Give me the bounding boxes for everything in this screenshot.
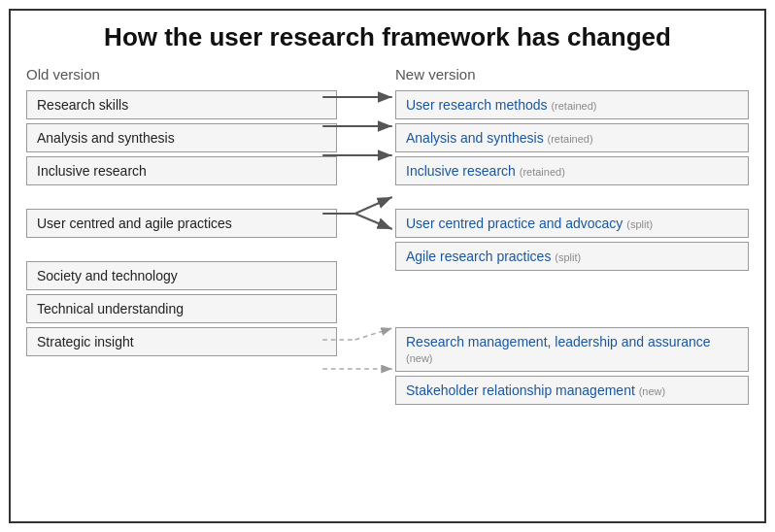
main-container: How the user research framework has chan…	[9, 9, 766, 523]
old-society-tech: Society and technology	[26, 261, 337, 290]
new-group-1: User research methods (retained) Analysi…	[395, 90, 749, 185]
split-tag-1: (split)	[626, 218, 653, 230]
new-research-management: Research management, leadership and assu…	[395, 327, 749, 372]
old-group-1: Research skills Analysis and synthesis I…	[26, 90, 337, 185]
old-version-column: Old version Research skills Analysis and…	[26, 66, 337, 409]
split-tag-2: (split)	[555, 251, 581, 263]
old-analysis-synthesis: Analysis and synthesis	[26, 123, 337, 152]
new-version-label: New version	[395, 66, 749, 83]
new-user-research-methods: User research methods (retained)	[395, 90, 749, 119]
old-version-label: Old version	[26, 66, 337, 83]
old-technical-understanding: Technical understanding	[26, 294, 337, 323]
page-title: How the user research framework has chan…	[26, 22, 749, 52]
new-tag-1: (new)	[406, 352, 433, 364]
new-user-centred-practice: User centred practice and advocacy (spli…	[395, 209, 749, 238]
old-group-2: User centred and agile practices	[26, 209, 337, 238]
old-user-centred: User centred and agile practices	[26, 209, 337, 238]
retained-tag-2: (retained)	[548, 133, 593, 145]
new-tag-2: (new)	[639, 385, 666, 397]
new-stakeholder-relationship: Stakeholder relationship management (new…	[395, 376, 749, 405]
new-inclusive-research: Inclusive research (retained)	[395, 156, 749, 185]
new-group-3: Research management, leadership and assu…	[395, 327, 749, 405]
retained-tag-1: (retained)	[551, 100, 596, 112]
new-version-column: New version User research methods (retai…	[337, 66, 749, 409]
new-analysis-synthesis: Analysis and synthesis (retained)	[395, 123, 749, 152]
old-group-3: Society and technology Technical underst…	[26, 261, 337, 356]
old-research-skills: Research skills	[26, 90, 337, 119]
old-inclusive-research: Inclusive research	[26, 156, 337, 185]
new-agile-research: Agile research practices (split)	[395, 242, 749, 271]
retained-tag-3: (retained)	[520, 166, 565, 178]
old-strategic-insight: Strategic insight	[26, 327, 337, 356]
new-group-2: User centred practice and advocacy (spli…	[395, 209, 749, 271]
